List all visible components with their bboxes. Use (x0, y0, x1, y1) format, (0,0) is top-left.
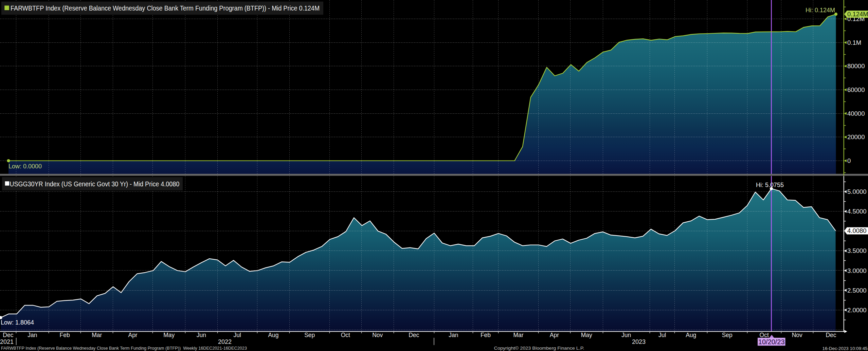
svg-text:Mar: Mar (513, 332, 523, 338)
svg-text:2.5000: 2.5000 (847, 287, 867, 294)
svg-text:Feb: Feb (60, 332, 70, 338)
svg-text:40000: 40000 (847, 110, 865, 117)
svg-text:FARWBTFP Index (Reserve Balanc: FARWBTFP Index (Reserve Balance Wednesda… (11, 4, 320, 12)
svg-text:Hi: 5.0755: Hi: 5.0755 (756, 182, 784, 188)
svg-text:Copyright© 2023 Bloomberg Fina: Copyright© 2023 Bloomberg Finance L.P. (494, 346, 584, 351)
svg-text:Oct: Oct (760, 332, 769, 338)
svg-text:Oct: Oct (341, 332, 350, 338)
svg-text:4.0080: 4.0080 (847, 227, 867, 234)
svg-text:Sep: Sep (304, 332, 315, 338)
svg-text:May: May (581, 332, 592, 338)
svg-text:10/20/23: 10/20/23 (758, 338, 785, 346)
svg-text:3.5000: 3.5000 (847, 247, 867, 254)
svg-text:Aug: Aug (268, 332, 278, 338)
svg-text:2023: 2023 (632, 338, 646, 345)
svg-text:Jun: Jun (621, 332, 631, 338)
svg-text:20000: 20000 (847, 133, 865, 141)
svg-text:Aug: Aug (686, 332, 696, 338)
svg-text:USGG30YR Index (US Generic Gov: USGG30YR Index (US Generic Govt 30 Yr) -… (10, 180, 179, 188)
svg-text:Feb: Feb (481, 332, 491, 338)
svg-text:Low: 0.0000: Low: 0.0000 (8, 163, 42, 170)
svg-text:80000: 80000 (847, 62, 865, 70)
svg-text:Dec: Dec (3, 332, 13, 338)
svg-text:Jul: Jul (233, 332, 241, 338)
svg-text:Dec: Dec (826, 332, 836, 338)
svg-text:2.0000: 2.0000 (847, 307, 867, 314)
svg-text:Jun: Jun (197, 332, 206, 338)
svg-text:2021: 2021 (0, 338, 14, 345)
svg-text:60000: 60000 (847, 86, 865, 93)
svg-text:0: 0 (847, 157, 851, 164)
svg-text:4.5000: 4.5000 (847, 208, 867, 215)
svg-text:Hi: 0.124M: Hi: 0.124M (806, 7, 835, 14)
svg-text:Sep: Sep (722, 332, 733, 338)
svg-text:3.0000: 3.0000 (847, 267, 867, 274)
svg-text:Dec: Dec (409, 332, 419, 338)
svg-text:Apr: Apr (128, 332, 137, 338)
svg-text:Mar: Mar (92, 332, 102, 338)
svg-text:2022: 2022 (218, 338, 232, 345)
svg-text:Jan: Jan (449, 332, 458, 338)
svg-text:5.0000: 5.0000 (847, 188, 867, 195)
svg-text:Apr: Apr (550, 332, 559, 338)
svg-text:Jul: Jul (658, 332, 666, 338)
svg-text:0.124M: 0.124M (847, 11, 868, 18)
svg-text:May: May (163, 332, 175, 338)
svg-text:Nov: Nov (792, 332, 802, 338)
svg-text:0.1M: 0.1M (847, 39, 861, 46)
svg-text:Nov: Nov (372, 332, 383, 338)
svg-text:FARWBTFP Index (Reserve Balanc: FARWBTFP Index (Reserve Balance Wednesda… (1, 346, 247, 351)
svg-text:Low: 1.8064: Low: 1.8064 (1, 319, 34, 326)
svg-text:Jan: Jan (28, 332, 37, 338)
svg-text:16-Dec-2023 10:09:45: 16-Dec-2023 10:09:45 (822, 346, 868, 351)
